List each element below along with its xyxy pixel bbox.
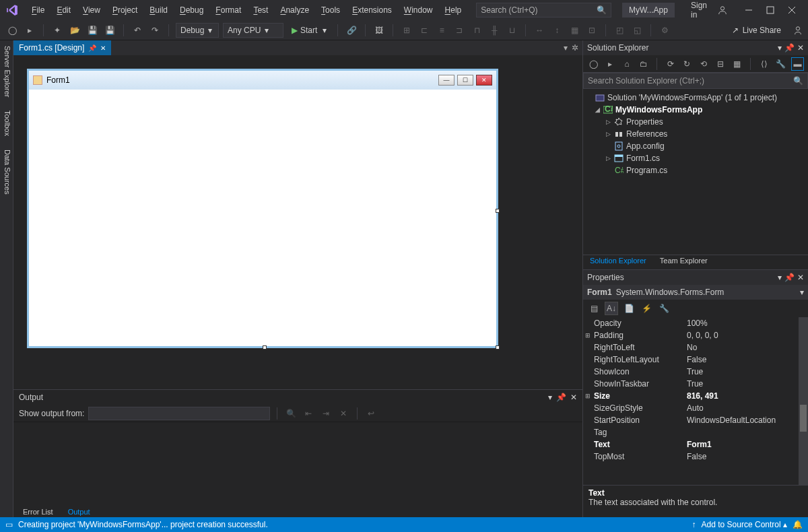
property-row[interactable]: Tag bbox=[583, 426, 799, 438]
start-button[interactable]: ▶ Start▾ bbox=[288, 26, 331, 35]
menu-build[interactable]: Build bbox=[144, 3, 173, 18]
bottom-tab-error-list[interactable]: Error List bbox=[16, 506, 60, 517]
property-row[interactable]: ⊞Padding0, 0, 0, 0 bbox=[583, 329, 799, 341]
nav-back-icon[interactable]: ◯ bbox=[5, 24, 19, 37]
panel-dropdown-icon[interactable]: ▾ bbox=[548, 393, 552, 402]
undo-icon[interactable]: ↶ bbox=[131, 24, 144, 37]
properties-icon[interactable]: 🔧 bbox=[774, 57, 787, 71]
save-icon[interactable]: 💾 bbox=[86, 24, 99, 37]
menu-help[interactable]: Help bbox=[440, 3, 467, 18]
sidetab-data-sources[interactable]: Data Sources bbox=[0, 148, 13, 196]
document-tab-active[interactable]: Form1.cs [Design] 📌 ✕ bbox=[13, 40, 111, 55]
output-source-combo[interactable] bbox=[88, 407, 270, 420]
property-row[interactable]: RightToLeftLayoutFalse bbox=[583, 354, 799, 366]
menu-extensions[interactable]: Extensions bbox=[347, 3, 397, 18]
nav-fwd-icon[interactable]: ▸ bbox=[23, 24, 36, 37]
sync-icon[interactable]: ↻ bbox=[681, 57, 694, 71]
pin-icon[interactable]: 📌 bbox=[88, 44, 96, 52]
tree-solution-root[interactable]: Solution 'MyWindowsFormsApp' (1 of 1 pro… bbox=[586, 92, 805, 104]
pane-dropdown-icon[interactable]: ▾ bbox=[778, 43, 782, 53]
alphabetical-icon[interactable]: A↓ bbox=[605, 302, 618, 315]
categorized-icon[interactable]: ▤ bbox=[587, 302, 601, 315]
global-search[interactable]: Search (Ctrl+Q) 🔍 bbox=[476, 3, 611, 18]
tree-node[interactable]: C#Program.cs bbox=[586, 164, 805, 176]
tree-node[interactable]: App.config bbox=[586, 140, 805, 152]
pane-close-icon[interactable]: ✕ bbox=[797, 43, 804, 53]
menu-edit[interactable]: Edit bbox=[51, 3, 76, 18]
collapse-icon[interactable]: ⊟ bbox=[714, 57, 727, 71]
liveshare-button[interactable]: Live Share bbox=[743, 26, 781, 35]
maximize-icon[interactable] bbox=[766, 6, 776, 14]
minimize-icon[interactable] bbox=[745, 6, 754, 14]
open-icon[interactable]: 📂 bbox=[68, 24, 81, 37]
config-combo[interactable]: Debug▾ bbox=[176, 23, 219, 38]
resize-handle-bottom[interactable] bbox=[263, 345, 267, 350]
resize-handle-right[interactable] bbox=[496, 209, 500, 213]
pane-close-icon[interactable]: ✕ bbox=[797, 273, 804, 282]
property-row[interactable]: ShowInTaskbarTrue bbox=[583, 378, 799, 390]
sidetab-toolbox[interactable]: Toolbox bbox=[0, 109, 13, 137]
save-all-icon[interactable]: 💾 bbox=[103, 24, 116, 37]
menu-debug[interactable]: Debug bbox=[174, 3, 209, 18]
property-row[interactable]: TextForm1 bbox=[583, 438, 799, 451]
events-icon[interactable]: ⚡ bbox=[640, 302, 653, 315]
tab-settings-icon[interactable]: ✲ bbox=[572, 43, 578, 53]
pane-pin-icon[interactable]: 📌 bbox=[784, 43, 795, 53]
menu-window[interactable]: Window bbox=[399, 3, 438, 18]
property-row[interactable]: Opacity100% bbox=[583, 317, 799, 329]
property-row[interactable]: ⊞Size816, 491 bbox=[583, 390, 799, 402]
property-row[interactable]: ShowIconTrue bbox=[583, 366, 799, 378]
close-tab-icon[interactable]: ✕ bbox=[100, 44, 106, 52]
property-row[interactable]: TopMostFalse bbox=[583, 451, 799, 463]
tab-overflow-icon[interactable]: ▾ bbox=[564, 43, 568, 53]
prop-messages-icon[interactable]: 🔧 bbox=[657, 302, 671, 315]
scroll-thumb[interactable] bbox=[800, 405, 807, 432]
menu-tools[interactable]: Tools bbox=[316, 3, 345, 18]
pane-dropdown-icon[interactable]: ▾ bbox=[778, 273, 782, 282]
pane-pin-icon[interactable]: 📌 bbox=[784, 273, 795, 282]
attach-icon[interactable]: 🔗 bbox=[345, 24, 358, 37]
image-icon[interactable]: 🖼 bbox=[372, 24, 386, 37]
show-all-icon[interactable]: ▦ bbox=[731, 57, 744, 71]
resize-handle-corner[interactable] bbox=[496, 345, 500, 350]
tree-node[interactable]: ▷Properties bbox=[586, 116, 805, 128]
properties-page-icon[interactable]: 📄 bbox=[622, 302, 636, 315]
pending-icon[interactable]: ⟳ bbox=[664, 57, 677, 71]
new-item-icon[interactable]: ✦ bbox=[50, 24, 64, 37]
code-icon[interactable]: ⟨⟩ bbox=[758, 57, 770, 71]
close-icon[interactable] bbox=[788, 6, 797, 14]
menu-view[interactable]: View bbox=[77, 3, 106, 18]
tree-project[interactable]: ◢ C# MyWindowsFormsApp bbox=[586, 104, 805, 116]
sol-tab-team-explorer[interactable]: Team Explorer bbox=[653, 255, 714, 269]
panel-close-icon[interactable]: ✕ bbox=[570, 393, 577, 402]
menu-project[interactable]: Project bbox=[107, 3, 143, 18]
signin-button[interactable]: Sign in bbox=[685, 0, 733, 22]
form-designer-frame[interactable]: Form1 — ☐ ✕ bbox=[27, 69, 498, 348]
properties-object[interactable]: Form1 System.Windows.Forms.Form ▾ bbox=[583, 285, 808, 300]
solution-search[interactable]: Search Solution Explorer (Ctrl+;) 🔍 bbox=[583, 73, 808, 89]
property-row[interactable]: SizeGripStyleAuto bbox=[583, 402, 799, 414]
sol-tab-solution-explorer[interactable]: Solution Explorer bbox=[583, 255, 653, 269]
scrollbar[interactable] bbox=[799, 317, 808, 485]
menu-analyze[interactable]: Analyze bbox=[275, 3, 314, 18]
redo-icon[interactable]: ↷ bbox=[148, 24, 162, 37]
solution-tree[interactable]: Solution 'MyWindowsFormsApp' (1 of 1 pro… bbox=[583, 89, 808, 255]
menu-format[interactable]: Format bbox=[210, 3, 246, 18]
feedback-icon[interactable] bbox=[793, 26, 803, 35]
designer-surface[interactable]: Form1 — ☐ ✕ bbox=[13, 55, 582, 389]
properties-grid[interactable]: Opacity100%⊞Padding0, 0, 0, 0RightToLeft… bbox=[583, 317, 808, 485]
home-icon[interactable]: ◯ bbox=[587, 57, 600, 71]
refresh-icon[interactable]: ⟲ bbox=[698, 57, 710, 71]
property-row[interactable]: StartPositionWindowsDefaultLocation bbox=[583, 414, 799, 426]
platform-combo[interactable]: Any CPU▾ bbox=[223, 23, 283, 38]
source-control-button[interactable]: Add to Source Control ▴ bbox=[702, 520, 787, 529]
switch-view-icon[interactable]: 🗀 bbox=[637, 57, 650, 71]
property-row[interactable]: RightToLeftNo bbox=[583, 341, 799, 354]
sidetab-server-explorer[interactable]: Server Explorer bbox=[0, 44, 13, 98]
tree-node[interactable]: ▷References bbox=[586, 128, 805, 140]
menu-test[interactable]: Test bbox=[248, 3, 273, 18]
home2-icon[interactable]: ⌂ bbox=[621, 57, 634, 71]
notifications-icon[interactable]: 🔔 bbox=[793, 520, 803, 529]
bottom-tab-output[interactable]: Output bbox=[61, 506, 97, 517]
tree-node[interactable]: ▷Form1.cs bbox=[586, 152, 805, 164]
